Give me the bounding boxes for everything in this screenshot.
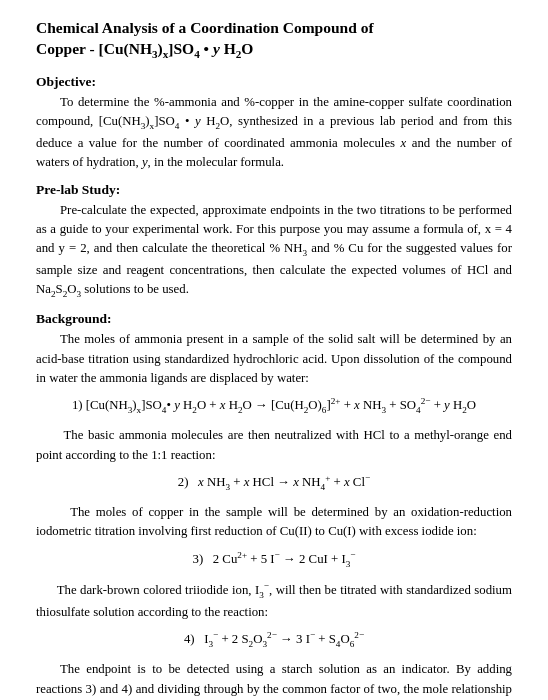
background-intro: The moles of ammonia present in a sample… [36, 330, 512, 388]
title-line2: Copper - [Cu(NH3)x]SO4 • y H2O [36, 40, 253, 57]
page: Chemical Analysis of a Coordination Comp… [0, 0, 548, 700]
title-line1: Chemical Analysis of a Coordination Comp… [36, 19, 374, 36]
background-heading: Background: [36, 311, 512, 327]
objective-body: To determine the %-ammonia and %-copper … [36, 93, 512, 172]
equation-3: 3) 2 Cu2+ + 5 I− → 2 CuI + I3− [36, 548, 512, 572]
background-para4: The dark-brown colored triiodide ion, I3… [36, 580, 512, 622]
prelab-heading: Pre-lab Study: [36, 182, 512, 198]
objective-section: Objective: To determine the %-ammonia an… [36, 74, 512, 172]
background-para2: The basic ammonia molecules are then neu… [36, 426, 512, 464]
page-title: Chemical Analysis of a Coordination Comp… [36, 18, 512, 62]
equation-4: 4) I3− + 2 S2O32− → 3 I− + S4O62− [36, 628, 512, 652]
background-para5: The endpoint is to be detected using a s… [36, 660, 512, 700]
background-para3: The moles of copper in the sample will b… [36, 503, 512, 541]
equation-1: 1) [Cu(NH3)x]SO4• y H2O + x H2O → [Cu(H2… [36, 394, 512, 418]
background-section: Background: The moles of ammonia present… [36, 311, 512, 700]
prelab-body: Pre-calculate the expected, approximate … [36, 201, 512, 301]
equation-2: 2) x NH3 + x HCl → x NH4+ + x Cl− [36, 471, 512, 495]
prelab-section: Pre-lab Study: Pre-calculate the expecte… [36, 182, 512, 301]
objective-heading: Objective: [36, 74, 512, 90]
